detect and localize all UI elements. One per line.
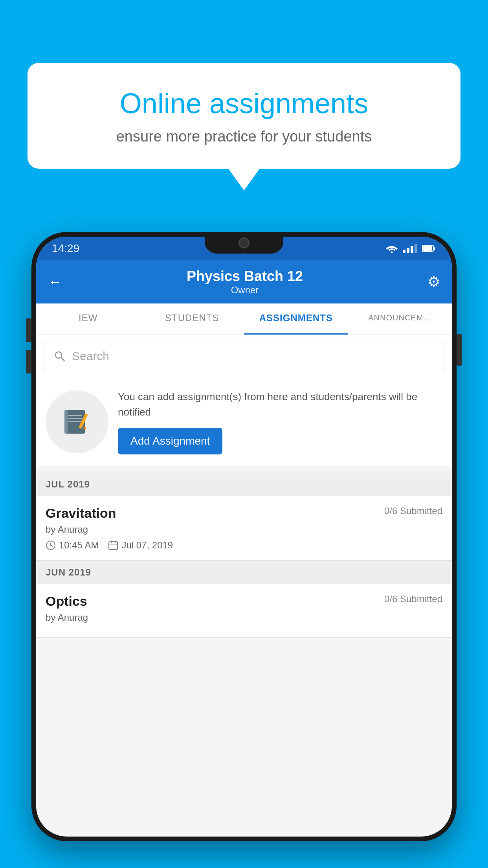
phone-screen: 14:29 [36,237,452,837]
assignment-name-optics: Optics [46,594,87,609]
assignment-time-value: 10:45 AM [59,540,99,551]
app-header: ← Physics Batch 12 Owner ⚙ [36,260,452,303]
power-button [457,334,462,366]
search-icon [54,350,66,362]
wifi-icon [385,244,398,253]
svg-rect-9 [68,421,82,422]
svg-rect-8 [68,418,82,419]
clock-icon [46,540,56,550]
settings-icon[interactable]: ⚙ [427,274,440,290]
svg-point-0 [391,252,393,254]
camera [238,237,250,248]
assignment-by-optics: by Anurag [46,612,442,623]
speech-bubble-title: Online assignments [59,86,429,120]
volume-down-button [26,350,31,373]
svg-rect-10 [64,410,68,434]
search-placeholder: Search [72,349,109,363]
empty-state-description: You can add assignment(s) from here and … [118,389,442,420]
assignment-by: by Anurag [46,524,442,535]
search-container: Search [36,335,452,377]
empty-state-right: You can add assignment(s) from here and … [118,389,442,454]
calendar-icon [108,540,118,550]
assignment-time: 10:45 AM [46,540,99,551]
speech-bubble-tail [228,169,260,190]
volume-up-button [26,318,31,342]
assignment-date: Jul 07, 2019 [108,540,173,551]
empty-state: You can add assignment(s) from here and … [36,377,452,466]
speech-bubble-wrapper: Online assignments ensure more practice … [28,63,460,190]
assignment-item-optics[interactable]: Optics 0/6 Submitted by Anurag [36,584,452,638]
assignment-item-gravitation[interactable]: Gravitation 0/6 Submitted by Anurag 10:4… [36,496,452,561]
svg-rect-7 [68,415,82,416]
notebook-icon-circle [46,390,108,453]
svg-rect-16 [109,542,117,550]
header-center: Physics Batch 12 Owner [187,268,303,296]
speech-bubble: Online assignments ensure more practice … [28,63,460,169]
assignment-top-row: Gravitation 0/6 Submitted [46,506,442,521]
notebook-icon [61,406,93,438]
status-icons [385,244,436,253]
assignment-submitted-optics: 0/6 Submitted [384,594,442,605]
assignment-name: Gravitation [46,506,116,521]
speech-bubble-subtitle: ensure more practice for your students [59,128,429,145]
tab-iew[interactable]: IEW [36,303,140,335]
section-header-jun: JUN 2019 [36,561,452,584]
search-bar[interactable]: Search [44,342,444,370]
header-title: Physics Batch 12 [187,268,303,285]
battery-icon [422,245,436,252]
signal-icon [403,244,417,253]
section-header-jul: JUL 2019 [36,473,452,496]
svg-rect-3 [423,246,432,251]
add-assignment-button[interactable]: Add Assignment [118,428,222,454]
tab-announcements[interactable]: ANNOUNCEM… [348,303,452,335]
phone-wrapper: 14:29 [31,232,457,868]
assignment-top-row-optics: Optics 0/6 Submitted [46,594,442,609]
phone-notch [205,232,283,254]
tab-bar: IEW STUDENTS ASSIGNMENTS ANNOUNCEM… [36,303,452,335]
svg-line-5 [61,357,64,361]
assignment-submitted: 0/6 Submitted [384,506,442,517]
svg-rect-2 [433,247,435,250]
assignment-meta: 10:45 AM Jul 07, 2019 [46,540,442,551]
header-subtitle: Owner [187,285,303,296]
tab-students[interactable]: STUDENTS [140,303,244,335]
svg-line-15 [51,545,53,546]
status-time: 14:29 [52,242,79,255]
assignment-date-value: Jul 07, 2019 [121,540,173,551]
phone-outer: 14:29 [31,232,457,841]
back-button[interactable]: ← [48,274,62,290]
tab-assignments[interactable]: ASSIGNMENTS [244,303,348,335]
